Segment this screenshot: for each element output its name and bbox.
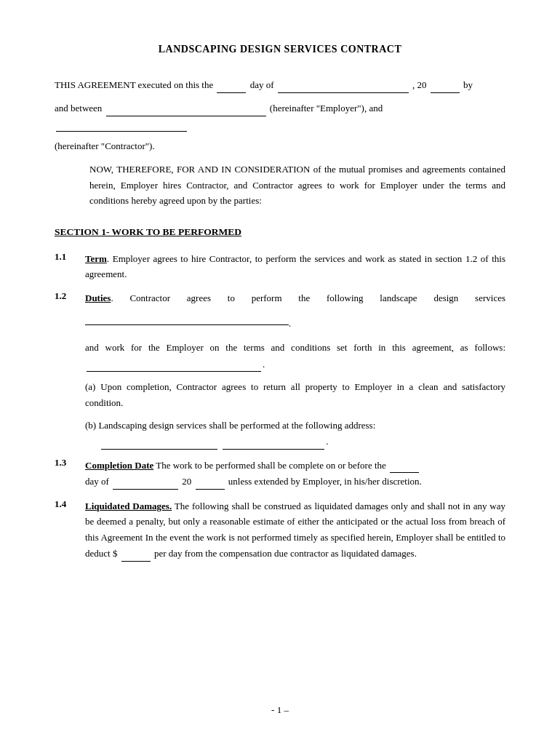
clause-1-2-text: . Contractor agrees to perform the follo… [111, 292, 505, 303]
clause-1-3-text: The work to be performed shall be comple… [156, 460, 386, 471]
blank-day [217, 77, 246, 93]
clause-1-1-num: 1.1 [55, 251, 85, 263]
clause-1-3-year-prefix: 20 [182, 476, 191, 487]
clause-1-2-continuation-block: and work for the Employer on the terms a… [85, 340, 505, 372]
clause-1-3: 1.3 Completion Date The work to be perfo… [55, 457, 505, 490]
blank-completion-month [113, 473, 178, 489]
clause-1-1-text: . Employer agrees to hire Contractor, to… [85, 253, 505, 279]
blank-date [278, 77, 409, 93]
intro-year-prefix: , 20 [412, 79, 427, 90]
clause-1-2-label: Duties [85, 292, 111, 303]
clause-1-4-label: Liquidated Damages. [85, 501, 172, 511]
intro-hereinafter-contractor: (hereinafter "Contractor"). [55, 140, 155, 151]
intro-paragraph-1: THIS AGREEMENT executed on this the day … [55, 77, 505, 93]
clause-1-2: 1.2 Duties. Contractor agrees to perform… [55, 290, 505, 331]
clause-1-1-label: Term [85, 253, 107, 264]
blank-completion-year [196, 473, 225, 489]
clause-1-3-continuation: unless extended by Employer, in his/her … [228, 476, 422, 487]
blank-address1 [101, 433, 217, 449]
blank-address2 [223, 433, 324, 449]
clause-1-2-a-block: (a) Upon completion, Contractor agrees t… [85, 379, 505, 410]
clause-1-3-day: day of [85, 476, 109, 487]
clause-1-2-b-block: (b) Landscaping design services shall be… [85, 418, 505, 450]
clause-1-1-content: Term. Employer agrees to hire Contractor… [85, 251, 505, 282]
blank-contractor-name [56, 116, 187, 132]
clause-1-2-continuation-text: and work for the Employer on the terms a… [85, 342, 505, 353]
intro-day-text: day of [250, 79, 274, 90]
clause-1-3-content: Completion Date The work to be performed… [85, 457, 505, 490]
clause-1-4-content: Liquidated Damages. The following shall … [85, 498, 505, 562]
clause-1-4: 1.4 Liquidated Damages. The following sh… [55, 498, 505, 562]
clause-1-4-num: 1.4 [55, 498, 85, 510]
blank-completion-day [390, 457, 419, 473]
document-title: LANDSCAPING DESIGN SERVICES CONTRACT [55, 44, 505, 55]
now-therefore-paragraph: NOW, THEREFORE, FOR AND IN CONSIDERATION… [89, 162, 505, 208]
intro-paragraph-2: and between (hereinafter "Employer"), an… [55, 100, 505, 132]
intro-paragraph-3: (hereinafter "Contractor"). [55, 139, 505, 154]
blank-follows [87, 356, 261, 372]
blank-year [431, 77, 460, 93]
blank-employer-name [106, 100, 266, 116]
clause-1-4-continuation: per day from the compensation due contra… [154, 548, 417, 559]
section-1-header: SECTION 1- WORK TO BE PERFORMED [55, 226, 505, 238]
now-therefore-text: NOW, THEREFORE, FOR AND IN CONSIDERATION… [89, 164, 505, 206]
clause-1-2-a-text: (a) Upon completion, Contractor agrees t… [85, 381, 505, 407]
clause-1-3-num: 1.3 [55, 457, 85, 469]
page-footer: - 1 – [0, 704, 560, 716]
intro-hereinafter-employer: (hereinafter "Employer"), and [270, 103, 383, 113]
clause-1-3-label: Completion Date [85, 460, 153, 471]
clause-1-1: 1.1 Term. Employer agrees to hire Contra… [55, 251, 505, 282]
intro-and-between: and between [55, 103, 102, 113]
clause-1-2-b-text: (b) Landscaping design services shall be… [85, 420, 375, 431]
clause-1-2-num: 1.2 [55, 290, 85, 302]
blank-damages-amount [121, 545, 151, 561]
document-page: LANDSCAPING DESIGN SERVICES CONTRACT THI… [0, 0, 560, 745]
intro-by-text: by [463, 79, 473, 90]
clause-1-2-content: Duties. Contractor agrees to perform the… [85, 290, 505, 331]
intro-line1-text: THIS AGREEMENT executed on this the [55, 79, 213, 90]
